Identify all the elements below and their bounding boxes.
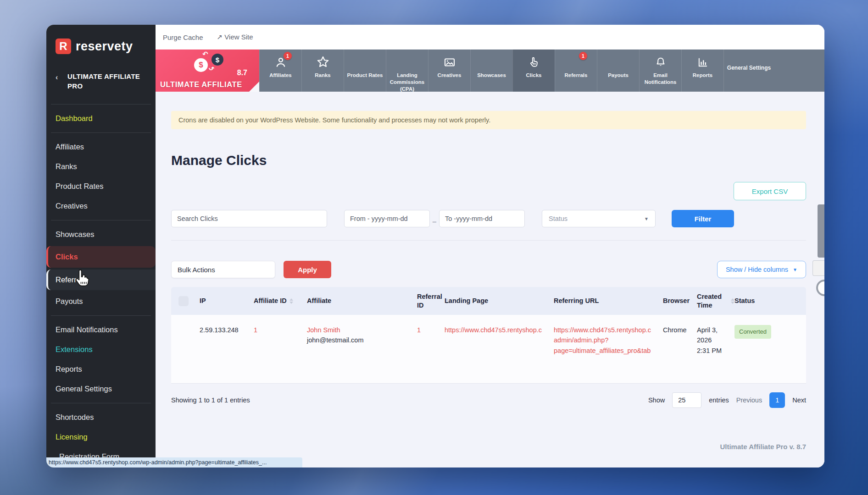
cell-ip: 2.59.133.248 — [200, 325, 254, 335]
app-window: R reservety ‹ ULTIMATE AFFILIATE PRO Das… — [46, 25, 824, 468]
cell-browser: Chrome — [663, 325, 697, 335]
apply-button[interactable]: Apply — [284, 261, 331, 278]
bell-icon — [654, 55, 667, 70]
nav-tab-product-rates[interactable]: Product Rates — [344, 50, 386, 92]
logo: R reservety — [46, 25, 156, 68]
table-header-row: IP Affiliate ID Affiliate Referral ID La… — [171, 287, 806, 315]
status-badge: Converted — [734, 325, 771, 339]
nav-tab-referrals[interactable]: 1 Referrals — [555, 50, 597, 92]
next-page-button[interactable]: Next — [792, 396, 806, 404]
cell-referral-id[interactable]: 1 — [417, 325, 445, 335]
nav-tab-clicks[interactable]: Clicks — [512, 50, 555, 92]
plugin-version-footer: Ultimate Affiliate Pro v. 8.7 — [156, 443, 806, 451]
affiliate-name-link[interactable]: John Smith — [307, 326, 340, 334]
search-clicks-input[interactable] — [171, 210, 327, 227]
col-header-affiliate[interactable]: Affiliate — [307, 297, 417, 305]
per-page-input[interactable] — [672, 392, 701, 408]
sidebar-item-extensions[interactable]: Extensions — [46, 340, 156, 359]
col-header-created-time[interactable]: Created Time — [697, 292, 734, 309]
nav-tab-showcases[interactable]: Showcases — [470, 50, 512, 92]
nav-tab-creatives[interactable]: Creatives — [428, 50, 470, 92]
previous-page-button[interactable]: Previous — [736, 396, 762, 404]
sidebar-item-email-notifications[interactable]: Email Notifications — [46, 320, 156, 340]
sidebar-item-clicks[interactable]: Clicks — [46, 246, 156, 268]
sidebar-item-referrals[interactable]: Referrals — [46, 270, 156, 290]
plugin-version: 8.7 — [237, 69, 247, 77]
curved-arrow-icon: ↶ — [209, 64, 215, 72]
logo-text: reservety — [76, 39, 133, 54]
col-header-affiliate-id[interactable]: Affiliate ID — [254, 297, 307, 305]
sidebar-item-dashboard[interactable]: Dashboard — [46, 109, 156, 128]
sidebar-item-shortcodes[interactable]: Shortcodes — [46, 407, 156, 427]
image-icon — [443, 55, 456, 70]
status-select[interactable]: Status ▼ — [542, 210, 656, 227]
nav-tab-email-notifications[interactable]: Email Notifications — [639, 50, 681, 92]
nav-tab-payouts[interactable]: Payouts — [597, 50, 639, 92]
sidebar-item-payouts[interactable]: Payouts — [46, 292, 156, 311]
show-hide-columns-button[interactable]: Show / Hide columns ▼ — [717, 261, 806, 278]
sidebar-item-ranks[interactable]: Ranks — [46, 157, 156, 176]
divider — [51, 104, 151, 104]
sidebar-item-showcases[interactable]: Showcases — [46, 225, 156, 244]
nav-tab-affiliates[interactable]: 1 Affiliates — [259, 50, 301, 92]
main-area: Purge Cache ↗ View Site ↶ $ $ ↶ 8.7 ULTI… — [156, 25, 824, 468]
export-csv-button[interactable]: Export CSV — [734, 182, 806, 200]
select-all-checkbox[interactable] — [178, 296, 189, 306]
curved-arrow-icon: ↶ — [202, 50, 208, 58]
banner-title: ULTIMATE AFFILIATE — [160, 80, 242, 89]
show-label: Show — [648, 396, 665, 404]
edge-widget-box[interactable] — [812, 260, 824, 276]
chevron-down-icon: ▼ — [644, 216, 649, 221]
sidebar-item-reports[interactable]: Reports — [46, 359, 156, 379]
divider — [51, 315, 151, 316]
star-icon — [316, 55, 330, 70]
filter-button[interactable]: Filter — [672, 210, 734, 227]
sidebar-item-affiliates[interactable]: Affiliates — [46, 137, 156, 157]
col-header-ip[interactable]: IP — [200, 297, 254, 305]
chevron-down-icon: ▼ — [793, 267, 797, 272]
collapse-chevron-icon[interactable]: ‹ — [56, 72, 58, 82]
sidebar-item-licensing[interactable]: Licensing — [46, 427, 156, 447]
dollar-coin-icon: $ — [194, 58, 208, 72]
click-hand-icon — [527, 55, 541, 70]
nav-tab-reports[interactable]: Reports — [681, 50, 723, 92]
affiliate-email: john@testmail.com — [307, 336, 364, 344]
edge-widget-circle[interactable] — [816, 280, 824, 296]
col-header-status[interactable]: Status — [734, 297, 799, 305]
cell-created-time: April 3, 2026 2:31 PM — [697, 325, 734, 356]
entries-label: entries — [709, 396, 729, 404]
plugin-title: ‹ ULTIMATE AFFILIATE PRO — [46, 68, 156, 100]
cell-affiliate-id[interactable]: 1 — [254, 325, 307, 335]
referrals-badge: 1 — [579, 52, 587, 60]
sidebar-item-creatives[interactable]: Creatives — [46, 196, 156, 216]
col-header-referral-id[interactable]: Referral ID — [417, 292, 445, 309]
cell-referring-url-link[interactable]: https://www.chd47s5.rentyshop.c admin/ad… — [554, 325, 663, 356]
purge-cache-link[interactable]: Purge Cache — [163, 33, 203, 41]
page-1-button[interactable]: 1 — [769, 392, 785, 408]
date-to-input[interactable] — [439, 210, 525, 227]
nav-tab-general-settings[interactable]: General Settings — [723, 50, 774, 92]
reservety-logo-icon: R — [56, 38, 71, 54]
table-row: 2.59.133.248 1 John Smith john@testmail.… — [171, 315, 806, 384]
sort-icon[interactable] — [289, 298, 293, 304]
col-header-referring-url[interactable]: Referring URL — [554, 297, 663, 305]
cell-landing-page-link[interactable]: https://www.chd47s5.rentyshop.c — [445, 325, 554, 335]
sidebar-item-general-settings[interactable]: General Settings — [46, 379, 156, 399]
view-site-link[interactable]: ↗ View Site — [217, 33, 253, 41]
bulk-actions-select[interactable]: Bulk Actions — [171, 261, 275, 278]
bulk-actions-bar: Bulk Actions Apply Show / Hide columns ▼ — [171, 261, 806, 278]
plugin-nav: ↶ $ $ ↶ 8.7 ULTIMATE AFFILIATE 1 Affilia… — [156, 50, 824, 92]
date-from-input[interactable] — [344, 210, 430, 227]
page-title: Manage Clicks — [171, 153, 824, 168]
filter-bar: _ Status ▼ Filter — [171, 210, 806, 227]
bar-chart-icon — [696, 55, 709, 70]
external-link-icon: ↗ — [217, 33, 223, 41]
scrollbar-thumb[interactable] — [818, 204, 824, 258]
sort-icon[interactable] — [731, 298, 734, 304]
nav-tab-landing-commissions[interactable]: Landing Commissions (CPA) — [386, 50, 428, 92]
col-header-landing-page[interactable]: Landing Page — [445, 297, 554, 305]
nav-tab-ranks[interactable]: Ranks — [301, 50, 344, 92]
col-header-browser[interactable]: Browser — [663, 297, 697, 305]
divider — [51, 132, 151, 133]
sidebar-item-product-rates[interactable]: Product Rates — [46, 176, 156, 196]
